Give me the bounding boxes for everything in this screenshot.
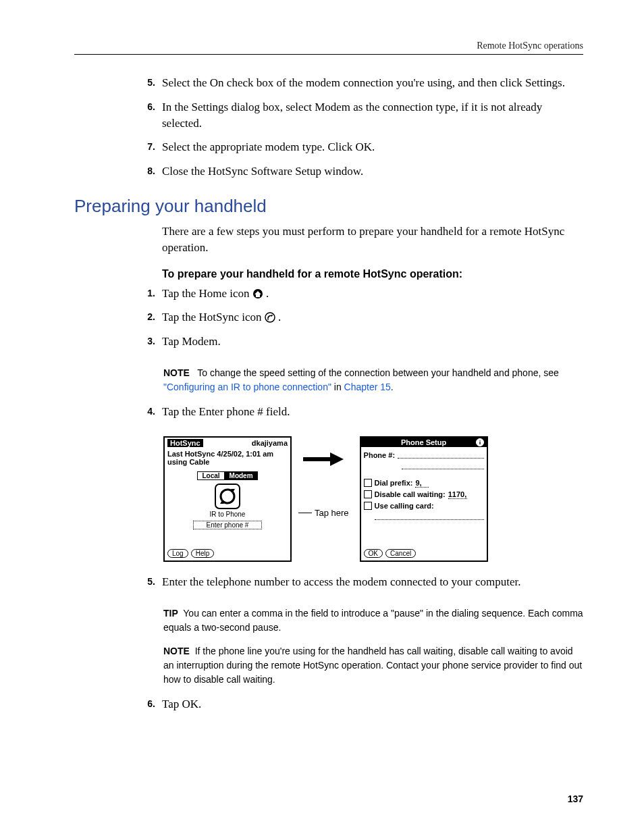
- phone-number-field[interactable]: [398, 451, 484, 459]
- screen-title: Phone Setup: [401, 438, 446, 446]
- top-steps: 5. Select the On check box of the modem …: [74, 75, 583, 180]
- note-text-pre: To change the speed setting of the conne…: [197, 367, 559, 378]
- section-heading: Preparing your handheld: [74, 196, 583, 217]
- svg-rect-2: [215, 484, 240, 509]
- step-number: 8.: [74, 163, 162, 176]
- cancel-button[interactable]: Cancel: [385, 549, 416, 558]
- step-number: 5.: [74, 574, 162, 587]
- phone-number-field-2[interactable]: [402, 462, 484, 469]
- disable-call-waiting-label: Disable call waiting:: [375, 490, 446, 498]
- proc-steps-a: 1. Tap the Home icon . 2. Tap the HotSyn…: [74, 286, 583, 350]
- tab-modem[interactable]: Modem: [225, 471, 258, 480]
- step-text-span: Tap the Home icon: [162, 287, 252, 300]
- step-text: Enter the telephone number to access the…: [162, 574, 583, 590]
- step-text: Close the HotSync Software Setup window.: [162, 163, 583, 180]
- svg-marker-4: [330, 452, 344, 466]
- step-text: Tap the Enter phone # field.: [162, 404, 583, 420]
- help-button[interactable]: Help: [191, 549, 215, 558]
- log-button[interactable]: Log: [167, 549, 188, 558]
- svg-rect-3: [303, 457, 330, 461]
- ok-button[interactable]: OK: [364, 549, 383, 558]
- step-number: 6.: [74, 99, 162, 112]
- period: .: [266, 287, 269, 300]
- info-icon[interactable]: i: [476, 438, 484, 448]
- xref-link[interactable]: Chapter 15: [344, 382, 391, 392]
- disable-call-waiting-value[interactable]: 1170,: [448, 490, 467, 499]
- right-arrow-icon: [303, 452, 344, 466]
- phone-setup-screen: Phone Setup i Phone #: Dial prefix: 9,: [360, 436, 488, 562]
- step-text: Tap OK.: [162, 696, 583, 712]
- tip-block: TIP You can enter a comma in the field t…: [163, 606, 583, 635]
- running-header: Remote HotSync operations: [74, 41, 583, 51]
- procedure-title: To prepare your handheld for a remote Ho…: [162, 268, 583, 280]
- proc-step-4: 4. Tap the Enter phone # field.: [74, 404, 583, 420]
- note-text-post: .: [391, 382, 394, 392]
- tip-text: You can enter a comma in the field to in…: [163, 608, 583, 633]
- home-icon: [252, 288, 263, 299]
- header-rule: [74, 54, 583, 55]
- dial-prefix-label: Dial prefix:: [375, 479, 413, 487]
- step-number: 4.: [74, 404, 162, 417]
- note-block-2: NOTE If the phone line you're using for …: [163, 644, 583, 687]
- period: .: [278, 311, 281, 323]
- step-number: 2.: [74, 309, 162, 322]
- step-text: Select the On check box of the modem con…: [162, 75, 583, 91]
- page-number: 137: [568, 793, 583, 804]
- tap-here-label: Tap here: [315, 508, 349, 518]
- step-text: Tap the Home icon .: [162, 286, 583, 302]
- enter-phone-field[interactable]: Enter phone #: [193, 521, 262, 529]
- step-number: 3.: [74, 334, 162, 346]
- proc-step-6: 6. Tap OK.: [74, 696, 583, 712]
- hotsync-screen: HotSync dkajiyama Last HotSync 4/25/02, …: [163, 436, 292, 562]
- dial-prefix-value[interactable]: 9,: [415, 479, 429, 488]
- step-text: In the Settings dialog box, select Modem…: [162, 99, 583, 132]
- step-number: 6.: [74, 696, 162, 709]
- note-label: NOTE: [163, 367, 190, 378]
- phone-number-label: Phone #:: [364, 451, 395, 459]
- xref-link[interactable]: "Configuring an IR to phone connection": [163, 382, 331, 392]
- note-block-1: NOTE To change the speed setting of the …: [163, 366, 583, 394]
- arrow-column: Tap here: [298, 436, 349, 562]
- tab-local[interactable]: Local: [197, 471, 224, 480]
- last-sync-text: Last HotSync 4/25/02, 1:01 am using Cabl…: [167, 450, 288, 466]
- step-text: Tap Modem.: [162, 334, 583, 350]
- calling-card-field[interactable]: [375, 513, 484, 520]
- note-text: If the phone line you're using for the h…: [163, 646, 582, 685]
- dial-prefix-checkbox[interactable]: [364, 479, 372, 487]
- tip-label: TIP: [163, 608, 178, 619]
- callout-line: [298, 513, 312, 513]
- illustration-row: HotSync dkajiyama Last HotSync 4/25/02, …: [163, 436, 583, 562]
- disable-call-waiting-checkbox[interactable]: [364, 490, 372, 498]
- svg-point-1: [265, 313, 275, 322]
- step-number: 1.: [74, 286, 162, 298]
- step-number: 5.: [74, 75, 162, 88]
- hotsync-large-icon[interactable]: [214, 483, 241, 510]
- proc-step-5: 5. Enter the telephone number to access …: [74, 574, 583, 590]
- note-text-mid: in: [334, 382, 344, 392]
- step-text: Tap the HotSync icon .: [162, 309, 583, 325]
- connection-label: IR to Phone: [167, 511, 288, 518]
- hotsync-icon: [265, 312, 275, 323]
- section-intro: There are a few steps you must perform t…: [162, 224, 583, 256]
- calling-card-label: Use calling card:: [375, 502, 434, 510]
- calling-card-checkbox[interactable]: [364, 502, 372, 510]
- screen-title: HotSync: [167, 439, 203, 447]
- screen-username: dkajiyama: [252, 439, 288, 447]
- step-text-span: Tap the HotSync icon: [162, 311, 265, 323]
- note-label: NOTE: [163, 646, 190, 656]
- step-number: 7.: [74, 139, 162, 152]
- step-text: Select the appropriate modem type. Click…: [162, 139, 583, 155]
